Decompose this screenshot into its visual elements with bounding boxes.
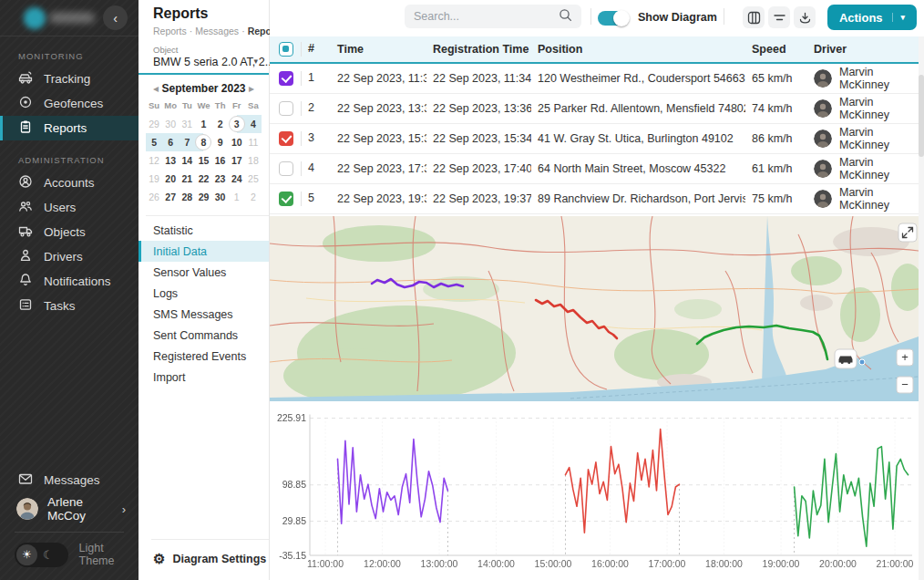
calendar-day[interactable]: 6 xyxy=(162,133,179,151)
breadcrumb-item[interactable]: Reports xyxy=(153,26,187,36)
calendar-day[interactable]: 20 xyxy=(162,170,179,188)
chevron-down-icon: ▾ xyxy=(253,57,258,66)
row-checkbox[interactable] xyxy=(279,71,293,86)
table-row[interactable]: 322 Sep 2023, 15:3122 Sep 2023, 15:3441 … xyxy=(270,124,919,154)
registration-time-cell: 22 Sep 2023, 13:36 xyxy=(426,102,531,115)
calendar-day[interactable]: 5 xyxy=(146,133,162,151)
columns-view-button[interactable] xyxy=(743,6,765,28)
actions-button[interactable]: Actions ▾ xyxy=(827,5,917,30)
select-all-checkbox[interactable] xyxy=(279,42,293,57)
registration-time-cell: 22 Sep 2023, 17:40 xyxy=(426,162,531,175)
map[interactable]: + − xyxy=(270,216,919,401)
calendar-day[interactable]: 18 xyxy=(245,151,262,170)
calendar-day[interactable]: 21 xyxy=(179,170,195,188)
report-type-logs[interactable]: Logs xyxy=(139,283,269,304)
map-canvas[interactable]: + − xyxy=(270,216,919,401)
map-zoom-out-button[interactable]: − xyxy=(897,377,913,393)
row-checkbox[interactable] xyxy=(279,101,293,116)
calendar-day[interactable]: 8 xyxy=(195,133,211,151)
time-cell: 22 Sep 2023, 15:31 xyxy=(331,132,426,145)
table-row[interactable]: 122 Sep 2023, 11:3022 Sep 2023, 11:34120… xyxy=(270,64,919,94)
calendar-day[interactable]: 1 xyxy=(195,115,211,133)
user-profile-row[interactable]: Arlene McCoy › xyxy=(0,493,139,524)
report-type-sent-commands[interactable]: Sent Commands xyxy=(139,325,269,346)
calendar-day[interactable]: 30 xyxy=(162,115,179,133)
calendar-prev-button[interactable]: ◂ xyxy=(151,82,160,95)
sidebar-collapse-button[interactable]: ‹ xyxy=(103,5,128,30)
calendar-day[interactable]: 27 xyxy=(162,188,179,206)
calendar-next-button[interactable]: ▸ xyxy=(247,82,256,95)
calendar-day[interactable]: 30 xyxy=(212,188,229,206)
sidebar-item-tracking[interactable]: Tracking xyxy=(0,67,139,91)
calendar-day[interactable]: 1 xyxy=(229,188,245,206)
calendar-day[interactable]: 23 xyxy=(212,170,229,188)
calendar-day[interactable]: 24 xyxy=(229,170,245,188)
time-cell: 22 Sep 2023, 17:34 xyxy=(331,162,426,175)
calendar-day[interactable]: 2 xyxy=(245,188,262,206)
report-type-import[interactable]: Import xyxy=(139,367,269,388)
scrollbar-thumb[interactable] xyxy=(919,75,924,157)
sidebar-item-messages[interactable]: Messages xyxy=(0,466,139,493)
svg-text:−: − xyxy=(901,378,909,391)
calendar-day[interactable]: 29 xyxy=(195,188,211,206)
calendar-day[interactable]: 28 xyxy=(179,188,195,206)
sidebar-item-geofences[interactable]: Geofences xyxy=(0,91,139,116)
calendar-day[interactable]: 17 xyxy=(229,151,245,170)
map-expand-button[interactable] xyxy=(898,223,917,242)
sidebar-item-reports[interactable]: Reports xyxy=(0,116,139,140)
report-type-registered-events[interactable]: Registered Events xyxy=(139,346,269,367)
calendar-day[interactable]: 2 xyxy=(212,115,229,133)
table-header: #TimeRegistration TimePositionSpeedDrive… xyxy=(270,36,919,64)
filter-button[interactable] xyxy=(768,6,790,28)
sidebar-item-tasks[interactable]: Tasks xyxy=(0,294,139,318)
theme-toggle[interactable]: ☀ ☾ xyxy=(15,543,68,567)
row-checkbox[interactable] xyxy=(279,131,293,146)
row-checkbox[interactable] xyxy=(279,161,293,176)
calendar-day[interactable]: 9 xyxy=(212,133,229,151)
calendar-day[interactable]: 7 xyxy=(179,133,195,151)
report-type-sensor-values[interactable]: Sensor Values xyxy=(139,262,269,283)
calendar-day[interactable]: 22 xyxy=(195,170,211,188)
diagram-panel: 11:00:0012:00:0013:00:0014:00:0015:00:00… xyxy=(270,401,919,580)
calendar-day[interactable]: 25 xyxy=(245,170,262,188)
calendar-day[interactable]: 31 xyxy=(179,115,195,133)
sidebar-item-objects[interactable]: Objects xyxy=(0,220,139,244)
calendar-day[interactable]: 16 xyxy=(212,151,229,170)
driver-avatar xyxy=(814,160,832,178)
chevron-right-icon[interactable]: › xyxy=(122,502,126,516)
report-type-sms-messages[interactable]: SMS Messages xyxy=(139,304,269,325)
table-row[interactable]: 422 Sep 2023, 17:3422 Sep 2023, 17:4064 … xyxy=(270,154,919,184)
row-number: 5 xyxy=(301,192,331,206)
sidebar-item-notifications[interactable]: Notifications xyxy=(0,269,139,294)
report-type-statistic[interactable]: Statistic xyxy=(139,220,269,241)
sidebar-item-drivers[interactable]: Drivers xyxy=(0,244,139,269)
y-tick-label: 98.85 xyxy=(282,479,306,490)
sidebar-item-users[interactable]: Users xyxy=(0,195,139,220)
calendar-day[interactable]: 15 xyxy=(195,151,211,170)
calendar-day[interactable]: 4 xyxy=(245,115,262,133)
map-zoom-in-button[interactable]: + xyxy=(897,349,913,366)
sidebar-item-accounts[interactable]: Accounts xyxy=(0,171,139,195)
show-diagram-toggle[interactable] xyxy=(598,11,629,26)
calendar-day[interactable]: 3 xyxy=(229,115,245,133)
calendar-day[interactable]: 11 xyxy=(245,133,262,151)
diagram-settings-button[interactable]: ⚙ Diagram Settings xyxy=(139,540,269,580)
calendar-day[interactable]: 12 xyxy=(146,151,162,170)
breadcrumb-item[interactable]: Messages xyxy=(195,26,239,36)
scrollbar[interactable] xyxy=(919,36,924,580)
report-type-initial-data[interactable]: Initial Data xyxy=(139,241,269,262)
table-row[interactable]: 222 Sep 2023, 13:3022 Sep 2023, 13:3625 … xyxy=(270,94,919,124)
calendar-day[interactable]: 14 xyxy=(179,151,195,170)
calendar-day[interactable]: 19 xyxy=(146,170,162,188)
calendar-day[interactable]: 29 xyxy=(146,115,162,133)
search-box[interactable] xyxy=(405,5,581,28)
table-row[interactable]: 522 Sep 2023, 19:3022 Sep 2023, 19:3789 … xyxy=(270,184,919,214)
calendar-day[interactable]: 13 xyxy=(162,151,179,170)
speed-cell: 75 km/h xyxy=(745,192,807,205)
calendar-day[interactable]: 10 xyxy=(229,133,245,151)
search-input[interactable] xyxy=(414,10,550,23)
object-selector[interactable]: Object BMW 5 seria 2.0 AT, 2... ▾ xyxy=(139,42,269,75)
row-checkbox[interactable] xyxy=(279,192,293,206)
calendar-day[interactable]: 26 xyxy=(146,188,162,206)
download-button[interactable] xyxy=(794,6,816,28)
